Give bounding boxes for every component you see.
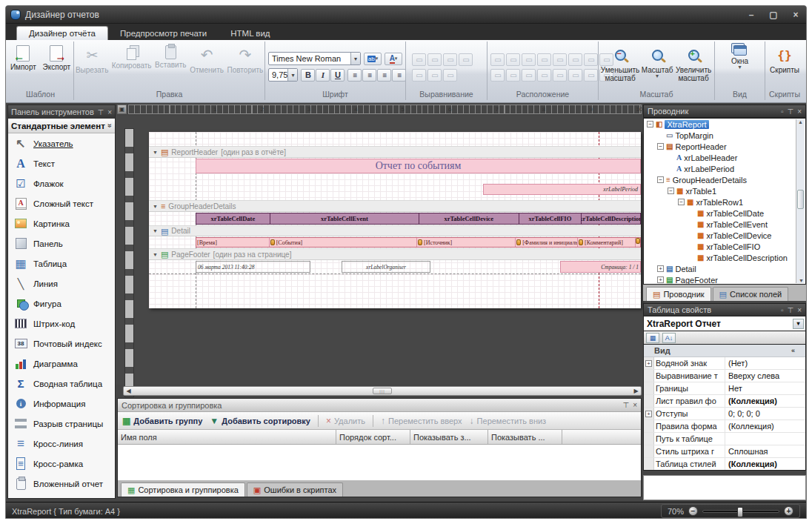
table-header-cell[interactable]: xrTableCellEvent [270,213,419,224]
table-header-row[interactable]: xrTableCellDatexrTableCellEventxrTableCe… [196,213,641,225]
pin-icon[interactable]: ⊤ [97,108,104,116]
tree-node-xrTableCellDate[interactable]: ▦xrTableCellDate [644,208,805,219]
tree-node-xrTableCellFIO[interactable]: ▦xrTableCellFIO [644,241,805,252]
categorized-view-icon[interactable]: ▦ [646,333,659,343]
text-highlight-button[interactable]: ab▾ [364,53,382,65]
text-align-justify-icon[interactable]: ≡ [392,69,406,82]
scroll-right-icon[interactable]: ▶ [631,387,641,395]
tree-node-xrLabelPeriod[interactable]: AxrLabelPeriod [644,163,805,174]
column-header-3[interactable]: Показывать з... [410,430,488,444]
property-value[interactable]: (Коллекция) [725,458,805,470]
zoom-out-icon[interactable]: − [688,506,698,516]
font-name-combo[interactable]: Times New Roman ▾ [268,52,361,65]
scroll-down-icon[interactable]: ▼ [799,278,804,283]
tree-node-XtraReport[interactable]: −◧XtraReport [644,119,805,130]
footer-date-label[interactable]: 06 марта 2013 11:40:28 [196,261,310,273]
property-category[interactable]: Вид « [644,345,805,357]
property-row-путь-к-таблице[interactable]: Путь к таблице [644,433,805,445]
maximize-button[interactable]: ▢ [768,10,779,20]
collapse-triangle-icon[interactable]: ▼ [153,204,158,209]
скрипты-button[interactable]: Скрипты [767,43,802,76]
toolbox-item-shape[interactable]: Фигура [8,293,115,314]
tab-сортировка-и-группировка[interactable]: ▦Сортировка и группировка [121,482,245,497]
detail-cell[interactable]: [События] [270,238,417,247]
font-style-b-button[interactable]: B [301,69,315,82]
tree-node-xrTableCellEvent[interactable]: ▦xrTableCellEvent [644,219,805,230]
collapse-triangle-icon[interactable]: ▼ [153,228,158,233]
scrollbar-thumb[interactable] [797,190,804,209]
expand-icon[interactable]: + [657,265,664,272]
property-value[interactable] [725,433,805,445]
collapse-icon[interactable]: − [647,121,653,127]
footer-page-label[interactable]: Страница: 1 / 1 [560,261,641,273]
масштаб-button[interactable]: Масштаб▾ [642,43,672,81]
font-size-combo[interactable]: 9,75 ▾ [268,68,298,82]
text-align-center-icon[interactable]: ≡ [362,69,376,82]
detail-cell[interactable]: [Время] [196,238,270,247]
band-header-reportheader[interactable]: ▼ ▤ ReportHeader [один раз в отчёте] [149,146,641,158]
toolbox-item-panel[interactable]: Панель [8,233,115,253]
chevron-down-icon[interactable]: ▾ [287,69,297,81]
collapse-triangle-icon[interactable]: ▼ [153,150,158,155]
close-icon[interactable]: × [107,108,112,116]
tree-node-PageFooter[interactable]: +▤PageFooter [644,274,805,285]
scrollbar-thumb[interactable]: ||| [373,388,392,394]
toolbox-item-info[interactable]: Информация [8,394,115,414]
property-row-правила-форма[interactable]: Правила форма(Коллекция) [644,420,805,433]
alphabetical-sort-icon[interactable]: A↓ [662,333,676,343]
toolbox-item-checkbox[interactable]: Флажок [8,173,115,193]
tree-node-xrTableRow1[interactable]: −▦xrTableRow1 [644,196,805,208]
увеличить-масштаб-button[interactable]: +Увеличить масштаб [673,43,714,84]
toolbox-item-line[interactable]: Линия [8,273,115,293]
окна-button[interactable]: Окна▾ [725,43,755,72]
toolbox-item-crossframe[interactable]: Кросс-рамка [8,454,115,474]
table-header-cell[interactable]: xrTableCellDescription [582,213,640,224]
property-row-водяной-знак[interactable]: +Водяной знак(Нет) [644,357,805,370]
restore-icon[interactable]: ▫ [781,107,784,116]
tree-node-xrTableCellDescription[interactable]: ▦xrTableCellDescription [644,252,805,263]
table-header-cell[interactable]: xrTableCellDevice [419,213,519,224]
report-page[interactable]: ▼ ▤ ReportHeader [один раз в отчёте] Отч… [149,132,641,308]
toolbox-item-image[interactable]: Картинка [8,213,115,233]
toolbox-item-zip[interactable]: Почтовый индекс [8,334,115,354]
toolbox-item-barcode[interactable]: Штрих-код [8,314,115,334]
text-align-right-icon[interactable]: ≡ [377,69,391,82]
collapse-icon[interactable]: − [657,143,664,150]
toolbox-section-header[interactable]: Стандартные элемент « [8,119,115,133]
band-header-detail[interactable]: ▼ ▤ Detail [149,225,641,236]
table-header-cell[interactable]: xrTableCellFIO [519,213,582,224]
toolbox-item-subreport[interactable]: Вложенный отчет [8,474,115,494]
tree-node-GroupHeaderDetails[interactable]: −≡GroupHeaderDetails [644,174,805,185]
column-header-1[interactable]: Имя поля [118,430,336,444]
restore-icon[interactable]: ▫ [781,306,784,314]
toolbox-item-pivot[interactable]: Сводная таблица [8,374,115,394]
property-row-таблица-стилей[interactable]: Таблица стилей(Коллекция) [644,458,805,471]
tree-node-xrTable1[interactable]: −▦xrTable1 [644,185,805,196]
scroll-left-icon[interactable]: ◀ [124,387,133,395]
property-row-стиль-штриха-г[interactable]: Стиль штриха гСплошная [644,445,805,458]
property-value[interactable]: (Коллекция) [725,395,805,407]
column-header-2[interactable]: Порядок сорт... [336,430,410,444]
report-title-label[interactable]: Отчет по событиям [196,159,641,173]
expand-icon[interactable]: + [645,360,652,367]
property-value[interactable]: (Коллекция) [725,420,805,432]
band-header-groupheader[interactable]: ▼ ≡ GroupHeaderDetails [149,200,641,212]
chevron-down-icon[interactable]: ▾ [350,53,360,64]
экспорт-button[interactable]: Экспорт [40,43,73,73]
horizontal-scrollbar[interactable]: ◀ ||| ▶ [123,386,642,396]
pin-icon[interactable]: ⊤ [622,401,629,409]
property-value[interactable]: Нет [725,382,805,394]
detail-cell[interactable]: [Фамилия и инициалы] [516,238,578,247]
table-header-cell[interactable]: xrTableCellDate [196,213,270,224]
property-row-лист-правил-фо[interactable]: Лист правил фо(Коллекция) [644,395,805,408]
font-color-button[interactable]: A▾ [385,53,402,65]
toolbox-item-pointer[interactable]: Указатель [8,133,115,153]
ribbon-tab-active[interactable]: Дизайнер отчёта [16,26,108,40]
property-value[interactable]: Сплошная [725,445,805,457]
tree-node-Detail[interactable]: +▤Detail [644,263,805,274]
object-selector[interactable]: XtraReport Отчет ▾ [643,316,806,331]
chevron-down-icon[interactable]: ▾ [793,319,804,329]
property-row-отступы[interactable]: +Отступы0; 0; 0; 0 [644,408,805,420]
добавить-группу-button[interactable]: ▦Добавить группу [122,417,202,425]
expand-icon[interactable]: + [645,411,652,417]
